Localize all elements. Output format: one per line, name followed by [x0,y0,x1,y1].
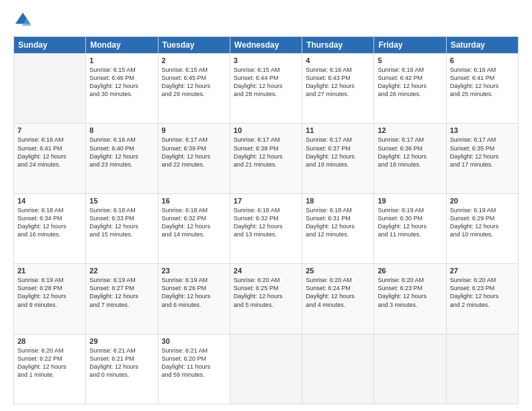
logo-icon [13,11,32,30]
day-number: 22 [89,267,154,275]
day-number: 23 [162,267,226,275]
calendar-cell: 24Sunrise: 6:20 AMSunset: 6:25 PMDayligh… [230,264,302,334]
calendar-cell [446,334,518,404]
day-info: Sunrise: 6:19 AMSunset: 6:29 PMDaylight:… [450,206,515,239]
calendar-cell: 13Sunrise: 6:17 AMSunset: 6:35 PMDayligh… [446,124,518,193]
calendar-cell: 25Sunrise: 6:20 AMSunset: 6:24 PMDayligh… [302,264,374,334]
day-number: 9 [162,126,226,134]
day-number: 20 [450,197,515,205]
day-info: Sunrise: 6:15 AMSunset: 6:45 PMDaylight:… [162,66,226,99]
day-number: 1 [89,56,154,64]
day-number: 21 [17,267,82,275]
calendar-cell: 26Sunrise: 6:20 AMSunset: 6:23 PMDayligh… [374,264,446,334]
day-number: 10 [234,126,298,134]
calendar-cell: 7Sunrise: 6:16 AMSunset: 6:41 PMDaylight… [14,124,86,193]
day-number: 24 [234,267,298,275]
day-number: 16 [162,197,226,205]
day-info: Sunrise: 6:20 AMSunset: 6:23 PMDaylight:… [378,276,442,309]
day-info: Sunrise: 6:21 AMSunset: 6:21 PMDaylight:… [89,347,154,379]
day-number: 26 [378,267,442,275]
calendar-cell: 23Sunrise: 6:19 AMSunset: 6:26 PMDayligh… [158,264,230,334]
day-info: Sunrise: 6:16 AMSunset: 6:41 PMDaylight:… [450,66,515,99]
day-number: 28 [17,337,82,345]
day-info: Sunrise: 6:20 AMSunset: 6:25 PMDaylight:… [234,276,298,309]
calendar-cell: 3Sunrise: 6:15 AMSunset: 6:44 PMDaylight… [230,54,302,124]
day-info: Sunrise: 6:16 AMSunset: 6:43 PMDaylight:… [306,66,370,99]
day-info: Sunrise: 6:19 AMSunset: 6:30 PMDaylight:… [378,206,442,239]
calendar-cell [14,54,86,124]
day-info: Sunrise: 6:20 AMSunset: 6:24 PMDaylight:… [306,276,370,309]
day-number: 17 [234,197,298,205]
day-info: Sunrise: 6:17 AMSunset: 6:37 PMDaylight:… [306,136,370,169]
day-info: Sunrise: 6:19 AMSunset: 6:28 PMDaylight:… [17,276,82,309]
day-info: Sunrise: 6:17 AMSunset: 6:39 PMDaylight:… [162,136,226,169]
day-number: 5 [378,56,442,64]
day-info: Sunrise: 6:18 AMSunset: 6:34 PMDaylight:… [17,206,82,239]
calendar-cell: 20Sunrise: 6:19 AMSunset: 6:29 PMDayligh… [446,193,518,263]
calendar-cell: 8Sunrise: 6:16 AMSunset: 6:40 PMDaylight… [86,124,158,193]
day-number: 30 [162,337,226,345]
calendar-week-row: 14Sunrise: 6:18 AMSunset: 6:34 PMDayligh… [14,193,519,263]
calendar-cell: 1Sunrise: 6:15 AMSunset: 6:46 PMDaylight… [86,54,158,124]
day-number: 14 [17,197,82,205]
calendar-week-row: 21Sunrise: 6:19 AMSunset: 6:28 PMDayligh… [14,264,519,334]
calendar-cell: 10Sunrise: 6:17 AMSunset: 6:38 PMDayligh… [230,124,302,193]
weekday-header: Thursday [302,37,374,54]
day-number: 18 [306,197,370,205]
day-number: 4 [306,56,370,64]
calendar-cell [302,334,374,404]
day-number: 7 [17,126,82,134]
calendar-cell: 15Sunrise: 6:18 AMSunset: 6:33 PMDayligh… [86,193,158,263]
calendar-cell: 19Sunrise: 6:19 AMSunset: 6:30 PMDayligh… [374,193,446,263]
calendar-table: SundayMondayTuesdayWednesdayThursdayFrid… [13,36,519,404]
calendar-cell: 6Sunrise: 6:16 AMSunset: 6:41 PMDaylight… [446,54,518,124]
day-info: Sunrise: 6:15 AMSunset: 6:44 PMDaylight:… [234,66,298,99]
day-info: Sunrise: 6:21 AMSunset: 6:20 PMDaylight:… [162,347,226,379]
day-info: Sunrise: 6:16 AMSunset: 6:41 PMDaylight:… [17,136,82,169]
day-number: 29 [89,337,154,345]
calendar-cell: 12Sunrise: 6:17 AMSunset: 6:36 PMDayligh… [374,124,446,193]
day-number: 25 [306,267,370,275]
day-number: 2 [162,56,226,64]
day-number: 12 [378,126,442,134]
day-info: Sunrise: 6:17 AMSunset: 6:36 PMDaylight:… [378,136,442,169]
day-number: 13 [450,126,515,134]
calendar-cell: 28Sunrise: 6:20 AMSunset: 6:22 PMDayligh… [14,334,86,404]
day-info: Sunrise: 6:20 AMSunset: 6:23 PMDaylight:… [450,276,515,309]
day-info: Sunrise: 6:17 AMSunset: 6:38 PMDaylight:… [234,136,298,169]
day-info: Sunrise: 6:16 AMSunset: 6:40 PMDaylight:… [89,136,154,169]
day-info: Sunrise: 6:18 AMSunset: 6:31 PMDaylight:… [306,206,370,239]
weekday-header: Wednesday [230,37,302,54]
calendar-cell: 4Sunrise: 6:16 AMSunset: 6:43 PMDaylight… [302,54,374,124]
day-info: Sunrise: 6:17 AMSunset: 6:35 PMDaylight:… [450,136,515,169]
calendar-week-row: 7Sunrise: 6:16 AMSunset: 6:41 PMDaylight… [14,124,519,193]
logo [13,11,35,30]
weekday-header: Tuesday [158,37,230,54]
calendar-cell: 2Sunrise: 6:15 AMSunset: 6:45 PMDaylight… [158,54,230,124]
calendar-cell: 14Sunrise: 6:18 AMSunset: 6:34 PMDayligh… [14,193,86,263]
day-info: Sunrise: 6:15 AMSunset: 6:46 PMDaylight:… [89,66,154,99]
weekday-header: Sunday [14,37,86,54]
calendar-cell: 29Sunrise: 6:21 AMSunset: 6:21 PMDayligh… [86,334,158,404]
day-info: Sunrise: 6:16 AMSunset: 6:42 PMDaylight:… [378,66,442,99]
day-number: 15 [89,197,154,205]
day-info: Sunrise: 6:18 AMSunset: 6:32 PMDaylight:… [234,206,298,239]
calendar-cell [374,334,446,404]
day-info: Sunrise: 6:18 AMSunset: 6:32 PMDaylight:… [162,206,226,239]
calendar-cell: 17Sunrise: 6:18 AMSunset: 6:32 PMDayligh… [230,193,302,263]
day-number: 8 [89,126,154,134]
day-info: Sunrise: 6:18 AMSunset: 6:33 PMDaylight:… [89,206,154,239]
calendar-cell: 16Sunrise: 6:18 AMSunset: 6:32 PMDayligh… [158,193,230,263]
calendar-cell: 9Sunrise: 6:17 AMSunset: 6:39 PMDaylight… [158,124,230,193]
calendar-cell: 11Sunrise: 6:17 AMSunset: 6:37 PMDayligh… [302,124,374,193]
day-number: 3 [234,56,298,64]
calendar-cell: 22Sunrise: 6:19 AMSunset: 6:27 PMDayligh… [86,264,158,334]
day-number: 19 [378,197,442,205]
page: SundayMondayTuesdayWednesdayThursdayFrid… [0,0,532,411]
calendar-cell: 27Sunrise: 6:20 AMSunset: 6:23 PMDayligh… [446,264,518,334]
day-info: Sunrise: 6:20 AMSunset: 6:22 PMDaylight:… [17,347,82,379]
day-number: 11 [306,126,370,134]
calendar-cell: 21Sunrise: 6:19 AMSunset: 6:28 PMDayligh… [14,264,86,334]
calendar-cell [230,334,302,404]
day-number: 27 [450,267,515,275]
